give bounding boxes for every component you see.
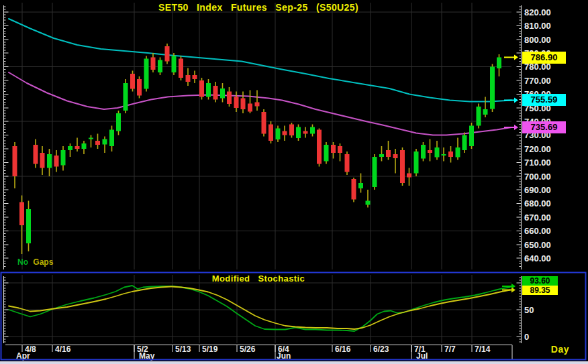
axis-label: 640.00 xyxy=(524,253,551,263)
axis-label: 690.00 xyxy=(524,185,551,195)
axis-label: 4/16 xyxy=(55,345,71,354)
candle-up xyxy=(469,126,474,147)
gridlines xyxy=(5,3,511,343)
axis-label: 6/16 xyxy=(335,345,351,354)
candle-up xyxy=(172,56,177,73)
axis-label: 0 xyxy=(524,332,529,342)
window-bottom-strip xyxy=(0,361,588,364)
candle-up xyxy=(442,154,446,156)
axis-label: 700.00 xyxy=(524,172,551,182)
interval-label[interactable]: Day xyxy=(528,344,569,355)
axis-label: 660.00 xyxy=(524,226,551,236)
axis-label: 680.00 xyxy=(524,198,551,208)
candle-down xyxy=(213,86,218,100)
candle-down xyxy=(95,141,100,145)
candle-up xyxy=(497,58,501,69)
arrow-icon xyxy=(511,288,516,293)
axis-label: 810.00 xyxy=(524,21,551,31)
candle-down xyxy=(165,46,170,62)
axis-label: 820.00 xyxy=(524,7,551,17)
axis-label: 5/19 xyxy=(202,345,218,354)
candle-up xyxy=(373,157,377,187)
arrow-icon xyxy=(514,55,518,60)
candle-down xyxy=(345,154,350,172)
candle-down xyxy=(234,97,239,109)
candle-down xyxy=(317,130,322,164)
candle-up xyxy=(61,150,66,166)
candlesticks xyxy=(13,44,502,254)
candle-up xyxy=(456,147,460,158)
axis-label: 6/23 xyxy=(373,345,389,354)
stoch-d-value-marker: 89.35 xyxy=(522,286,558,295)
moving-averages xyxy=(9,19,511,135)
candle-up xyxy=(296,127,301,139)
candle-down xyxy=(268,125,273,141)
arrow-icon xyxy=(514,98,518,103)
candle-down xyxy=(407,174,411,178)
candle-up xyxy=(435,147,440,158)
axis-label: 650.00 xyxy=(524,240,551,250)
candle-up xyxy=(89,138,93,139)
candle-up xyxy=(82,143,87,149)
candle-down xyxy=(75,146,80,149)
candle-down xyxy=(289,125,294,136)
candle-down xyxy=(34,145,38,164)
candle-up xyxy=(220,88,225,99)
no-gaps-word-gaps: Gaps xyxy=(33,257,53,267)
candle-up xyxy=(358,183,363,188)
candle-down xyxy=(130,74,135,89)
axis-label: 800.00 xyxy=(524,35,551,45)
candle-up xyxy=(158,60,162,73)
candle-down xyxy=(428,150,432,153)
axis-label: 710.00 xyxy=(524,158,551,168)
candle-up xyxy=(324,145,329,162)
axis-label: 7/7 xyxy=(444,345,456,354)
candle-up xyxy=(47,154,52,168)
candle-up xyxy=(366,201,371,205)
candle-up xyxy=(206,83,211,97)
candle-down xyxy=(227,92,232,105)
axis-label: 7/14 xyxy=(475,345,491,354)
candle-up xyxy=(310,127,315,134)
candle-down xyxy=(151,58,156,70)
price-rulers[interactable] xyxy=(4,5,522,343)
candle-down xyxy=(54,156,59,167)
candle-down xyxy=(352,179,356,200)
candle-down xyxy=(262,112,266,134)
candle-up xyxy=(276,129,281,140)
candle-up xyxy=(483,109,488,115)
candle-down xyxy=(137,79,142,96)
candle-up xyxy=(124,83,128,111)
candle-down xyxy=(241,99,246,110)
candle-down xyxy=(303,131,308,134)
candle-down xyxy=(248,104,252,112)
candle-up xyxy=(414,151,419,174)
stochastic-panel-border xyxy=(1,273,586,360)
chart-canvas[interactable]: 820.00810.00800.00790.00780.00770.00760.… xyxy=(0,0,588,364)
axis-label: 5/26 xyxy=(240,345,256,354)
candle-down xyxy=(331,145,336,153)
candle-up xyxy=(144,59,149,89)
stochastic-title: Modified Stochastic xyxy=(5,274,511,284)
candle-up xyxy=(379,154,384,157)
axis-label: 770.00 xyxy=(524,76,551,86)
candle-up xyxy=(421,145,426,159)
axis-label: 720.00 xyxy=(524,144,551,154)
stochastic-lines xyxy=(9,286,510,331)
no-gaps-word-no: No xyxy=(17,257,28,267)
candle-up xyxy=(68,146,72,150)
no-gaps-annotation: No Gaps xyxy=(17,257,53,267)
candle-up xyxy=(490,67,495,109)
candle-down xyxy=(19,202,24,226)
candle-up xyxy=(116,113,121,131)
candle-down xyxy=(283,131,287,135)
candle-down xyxy=(193,75,197,79)
marker-arrows xyxy=(502,55,518,293)
arrow-icon xyxy=(514,125,518,130)
candle-up xyxy=(477,107,481,126)
candle-down xyxy=(393,154,398,158)
fast-ma-price-marker: 735.69 xyxy=(522,121,566,133)
candle-up xyxy=(26,209,31,243)
candle-down xyxy=(13,146,17,176)
date-axis[interactable]: 4/84/165/25/135/195/266/46/166/237/17/77… xyxy=(5,345,512,361)
